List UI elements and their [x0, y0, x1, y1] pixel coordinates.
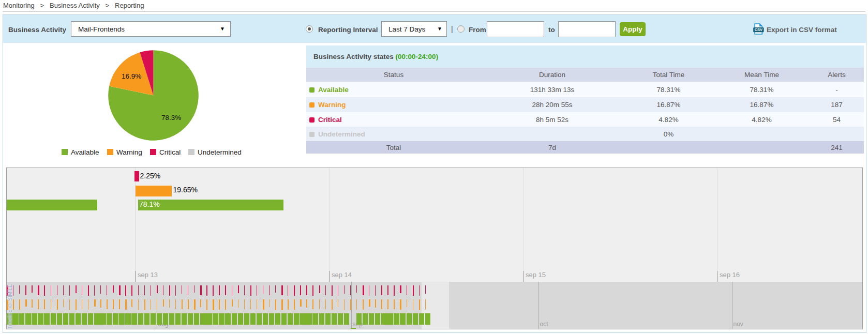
svg-text:CSV: CSV — [755, 27, 762, 32]
